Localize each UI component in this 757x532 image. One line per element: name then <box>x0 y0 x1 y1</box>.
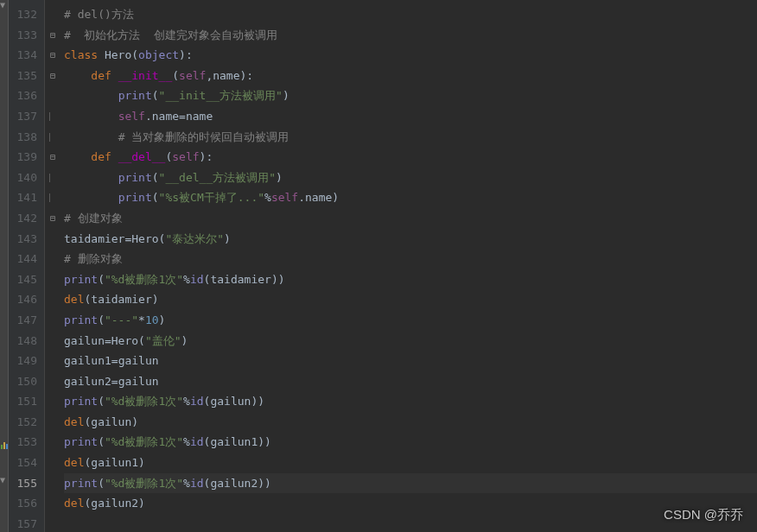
fold-marker[interactable] <box>45 453 60 473</box>
fold-marker[interactable] <box>45 269 60 290</box>
fold-marker[interactable] <box>45 351 60 371</box>
fold-marker[interactable] <box>45 86 60 106</box>
code-line[interactable]: def __del__(self): <box>64 147 757 168</box>
fold-marker[interactable]: ⊟ <box>45 208 60 229</box>
code-line[interactable]: # del()方法 <box>64 4 757 25</box>
fold-marker[interactable]: ⊟ <box>45 147 60 168</box>
fold-marker[interactable]: ⊟ <box>45 25 60 46</box>
fold-marker[interactable]: ⊟ <box>45 66 60 86</box>
line-number[interactable]: 140 <box>12 168 37 188</box>
code-line[interactable]: print("%d被删除1次"%id(gailun1)) <box>64 432 757 453</box>
line-number[interactable]: 134 <box>12 45 37 66</box>
code-line[interactable]: del(taidamier) <box>64 289 757 310</box>
line-number[interactable]: 133 <box>12 25 37 46</box>
line-number[interactable]: 144 <box>12 249 37 269</box>
line-number[interactable]: 150 <box>12 371 37 392</box>
fold-marker[interactable]: ⎸ <box>45 127 60 148</box>
code-line[interactable]: # 创建对象 <box>64 208 757 229</box>
token-keyword: def <box>91 150 118 163</box>
line-number[interactable]: 157 <box>12 514 37 532</box>
token-self: self <box>271 191 298 204</box>
code-area[interactable]: # del()方法# 初始化方法 创建完对象会自动被调用class Hero(o… <box>60 0 757 532</box>
fold-marker[interactable] <box>45 249 60 269</box>
fold-marker[interactable] <box>45 473 60 494</box>
fold-marker[interactable] <box>45 229 60 250</box>
line-number[interactable]: 132 <box>12 4 37 25</box>
code-line[interactable]: gailun2=gailun <box>64 371 757 392</box>
token-ident: gailun1 <box>91 456 138 469</box>
fold-marker[interactable] <box>45 371 60 392</box>
code-line[interactable]: del(gailun2) <box>64 493 757 514</box>
token-paren: ( <box>131 48 138 61</box>
fold-marker[interactable] <box>45 331 60 352</box>
fold-gutter[interactable]: ⊟⊟⊟⎸⎸⊟⎸⎸⊟ <box>45 0 60 532</box>
code-line[interactable]: def __init__(self,name): <box>64 66 757 86</box>
line-number[interactable]: 145 <box>12 269 37 290</box>
code-line[interactable]: print("__init__方法被调用") <box>64 86 757 106</box>
line-number[interactable]: 138 <box>12 127 37 148</box>
code-line[interactable]: gailun=Hero("盖伦") <box>64 331 757 352</box>
token-ident: Hero <box>105 48 131 61</box>
fold-marker[interactable]: ⎸ <box>45 106 60 127</box>
token-comment: # 当对象删除的时候回自动被调用 <box>118 130 289 143</box>
token-ident: gailun <box>91 415 131 428</box>
fold-marker[interactable] <box>45 289 60 310</box>
code-line[interactable]: # 初始化方法 创建完对象会自动被调用 <box>64 25 757 46</box>
fold-marker[interactable] <box>45 4 60 25</box>
code-line[interactable] <box>64 514 757 532</box>
code-line[interactable]: # 删除对象 <box>64 249 757 269</box>
code-line[interactable]: self.name=name <box>64 106 757 127</box>
token-op: . <box>298 191 305 204</box>
line-number[interactable]: 147 <box>12 310 37 331</box>
code-line[interactable]: gailun1=gailun <box>64 351 757 371</box>
fold-marker[interactable] <box>45 391 60 412</box>
code-line[interactable]: print("%d被删除1次"%id(taidamier)) <box>64 269 757 290</box>
code-line[interactable]: del(gailun) <box>64 412 757 433</box>
line-number[interactable]: 153 <box>12 432 37 453</box>
gutter-triangle-icon: ▼ <box>0 475 5 484</box>
fold-marker[interactable]: ⎸ <box>45 187 60 208</box>
fold-marker[interactable] <box>45 432 60 453</box>
line-number[interactable]: 142 <box>12 208 37 229</box>
code-line[interactable]: # 当对象删除的时候回自动被调用 <box>64 127 757 148</box>
fold-marker[interactable]: ⎸ <box>45 168 60 188</box>
fold-marker[interactable] <box>45 310 60 331</box>
code-line[interactable]: taidamier=Hero("泰达米尔") <box>64 229 757 250</box>
line-number[interactable]: 152 <box>12 412 37 433</box>
line-number[interactable]: 155 <box>12 473 37 494</box>
line-number[interactable]: 141 <box>12 187 37 208</box>
line-number[interactable]: 143 <box>12 229 37 250</box>
line-number[interactable]: 146 <box>12 289 37 310</box>
code-line[interactable]: print("__del__方法被调用") <box>64 168 757 188</box>
line-number[interactable]: 149 <box>12 351 37 371</box>
line-number[interactable]: 156 <box>12 493 37 514</box>
line-number[interactable]: 139 <box>12 147 37 168</box>
token-ident: gailun1 <box>64 354 111 367</box>
code-line[interactable]: print("%s被CM干掉了..."%self.name) <box>64 187 757 208</box>
fold-marker[interactable] <box>45 514 60 532</box>
fold-marker[interactable]: ⊟ <box>45 45 60 66</box>
code-line[interactable]: print("%d被删除1次"%id(gailun)) <box>64 391 757 412</box>
token-paren: ) <box>258 435 264 448</box>
line-number[interactable]: 148 <box>12 331 37 352</box>
line-number[interactable]: 137 <box>12 106 37 127</box>
code-line[interactable]: class Hero(object): <box>64 45 757 66</box>
line-number[interactable]: 136 <box>12 86 37 106</box>
line-number-gutter[interactable]: 1321331341351361371381391401411421431441… <box>9 0 45 532</box>
line-number[interactable]: 135 <box>12 66 37 86</box>
code-line[interactable]: print("%d被删除1次"%id(gailun2)) <box>64 473 757 494</box>
line-number[interactable]: 154 <box>12 453 37 473</box>
line-number[interactable]: 151 <box>12 391 37 412</box>
code-editor[interactable]: ▼▼ 1321331341351361371381391401411421431… <box>0 0 757 532</box>
fold-marker[interactable] <box>45 493 60 514</box>
token-string: "%d被删除1次" <box>105 477 183 490</box>
code-line[interactable]: print("---"*10) <box>64 310 757 331</box>
token-paren: ) <box>152 293 159 306</box>
token-ident: taidamier <box>64 232 124 245</box>
gutter-triangle-icon: ▼ <box>0 0 5 10</box>
code-line[interactable]: del(gailun1) <box>64 453 757 473</box>
token-builtin: print <box>64 273 98 286</box>
fold-marker[interactable] <box>45 412 60 433</box>
token-op: = <box>105 334 111 347</box>
token-comment: # 初始化方法 创建完对象会自动被调用 <box>64 28 277 41</box>
